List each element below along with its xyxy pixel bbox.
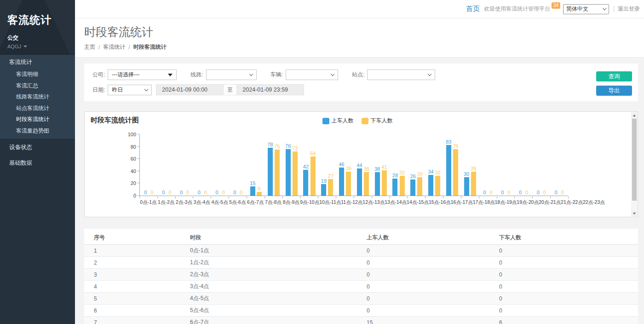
table-header-cell: 序号 — [84, 234, 190, 242]
bar[interactable] — [428, 175, 433, 196]
bar[interactable] — [346, 172, 351, 196]
date-from-input[interactable]: 2024-01-09 00:00 — [156, 84, 224, 95]
topbar-divider — [614, 6, 614, 12]
bar[interactable] — [453, 149, 458, 196]
bar-column: 6 — [257, 186, 262, 196]
line-select[interactable] — [206, 69, 257, 80]
bar[interactable] — [471, 172, 476, 196]
table-header-cell: 上车人数 — [367, 234, 499, 242]
bar-value-label: 72 — [292, 145, 298, 151]
bar-column: 76 — [453, 143, 458, 196]
bar[interactable] — [375, 172, 380, 196]
scrollbar-up-button[interactable] — [631, 112, 637, 118]
bar[interactable] — [328, 179, 333, 196]
bar[interactable] — [382, 170, 387, 196]
table-cell: 2 — [84, 260, 190, 266]
bar[interactable] — [417, 177, 422, 196]
bar[interactable] — [357, 168, 362, 196]
bar-group: 8376 — [443, 139, 461, 196]
export-button[interactable]: 导出 — [596, 86, 632, 96]
bar[interactable] — [250, 186, 255, 196]
language-select[interactable]: 简体中文 — [563, 4, 609, 14]
table-cell: 15 — [367, 319, 499, 324]
bar[interactable] — [286, 149, 291, 196]
sidebar-item[interactable]: 设备状态 — [0, 139, 75, 155]
table-cell: 0 — [367, 307, 499, 314]
bar[interactable] — [364, 172, 369, 196]
table-cell: 4 — [84, 284, 190, 290]
y-axis-tick-label: 60 — [131, 156, 136, 162]
bar[interactable] — [392, 179, 397, 196]
x-axis-label: 21点-22点 — [561, 199, 583, 206]
sidebar-subitem[interactable]: 站点客流统计 — [0, 103, 75, 114]
table-header-cell: 时段 — [190, 234, 367, 242]
bar-value-label: 0 — [222, 190, 225, 195]
bar[interactable] — [275, 150, 280, 196]
bar[interactable] — [293, 151, 298, 196]
sidebar-subitem[interactable]: 客流明细 — [0, 69, 75, 80]
table-cell: 6 — [84, 307, 190, 314]
logout-link[interactable]: 退出登录 — [618, 5, 640, 13]
legend-item[interactable]: 下车人数 — [362, 117, 393, 125]
date-to-input[interactable]: 2024-01-09 23:59 — [236, 84, 304, 95]
bar-column: 83 — [446, 139, 451, 196]
sidebar-subitem[interactable]: 客流汇总 — [0, 80, 75, 92]
company-filter: 公司: ---请选择--- — [92, 69, 177, 80]
bar[interactable] — [464, 177, 469, 196]
scrollbar-down-button[interactable] — [631, 210, 637, 216]
sidebar-subitem[interactable]: 时段客流统计 — [0, 114, 75, 125]
bar-column: 39 — [346, 166, 351, 196]
company-name: 公交 — [7, 34, 68, 42]
bar-column: 64 — [310, 150, 316, 196]
sidebar-subitem[interactable]: 客流量趋势图 — [0, 125, 75, 137]
table-row: 43点-4点00 — [84, 281, 638, 293]
company-select[interactable]: ---请选择--- — [108, 69, 177, 80]
user-dropdown[interactable]: AQGJ — [7, 44, 68, 49]
home-link[interactable]: 首页 — [466, 5, 480, 13]
bar-column: 0 — [203, 190, 208, 196]
station-select[interactable] — [367, 69, 435, 80]
legend-item[interactable]: 上车人数 — [322, 117, 354, 125]
bar-value-label: 0 — [168, 190, 171, 195]
date-preset-value: 昨日 — [112, 86, 123, 94]
sidebar-item[interactable]: 基础数据 — [0, 155, 75, 171]
scrollbar-thumb[interactable] — [632, 119, 637, 201]
vehicle-label: 车辆: — [270, 71, 283, 79]
sidebar-nav: 客流统计 客流明细客流汇总线路客流统计站点客流统计时段客流统计客流量趋势图 设备… — [0, 54, 75, 171]
y-axis-tick — [138, 158, 140, 159]
bar[interactable] — [339, 168, 344, 196]
bar-value-label: 27 — [328, 173, 334, 179]
bar[interactable] — [321, 184, 326, 196]
x-axis-label: 18点-19点 — [495, 199, 517, 206]
query-button[interactable]: 查询 — [596, 71, 632, 81]
bar[interactable] — [410, 179, 415, 196]
bar[interactable] — [310, 156, 316, 196]
bar-value-label: 76 — [453, 143, 458, 149]
bar[interactable] — [257, 192, 262, 196]
date-label: 日期: — [92, 86, 105, 94]
chart-scrollbar[interactable] — [631, 112, 637, 216]
breadcrumb-item[interactable]: 主页 — [84, 43, 95, 51]
bar[interactable] — [446, 145, 451, 196]
bar[interactable] — [435, 176, 440, 196]
bar-column: 46 — [339, 162, 344, 196]
bar[interactable] — [400, 176, 405, 196]
bar-group: 00 — [176, 190, 194, 196]
table-cell: 0 — [367, 248, 499, 254]
app-window: 客流统计 公交 AQGJ 客流统计 客流明细客流汇总线路客流统计站点客流统计时段… — [0, 0, 644, 324]
y-axis-tick-label: 40 — [131, 168, 136, 174]
breadcrumb-separator: / — [98, 44, 100, 51]
date-preset-select[interactable]: 昨日 — [108, 85, 152, 95]
bar[interactable] — [303, 170, 308, 196]
breadcrumb-item[interactable]: 客流统计 — [103, 43, 125, 51]
bar[interactable] — [268, 148, 273, 196]
chevron-down-icon — [331, 72, 334, 76]
legend-label: 上车人数 — [332, 117, 354, 125]
bar-value-label: 83 — [446, 139, 451, 145]
sidebar-item-passenger-stats[interactable]: 客流统计 — [0, 55, 75, 69]
bar-group: 00 — [229, 190, 247, 196]
vehicle-select[interactable] — [286, 69, 338, 80]
x-axis-label — [605, 199, 623, 206]
sidebar-subitem[interactable]: 线路客流统计 — [0, 91, 75, 103]
bar-column: 0 — [239, 190, 244, 196]
